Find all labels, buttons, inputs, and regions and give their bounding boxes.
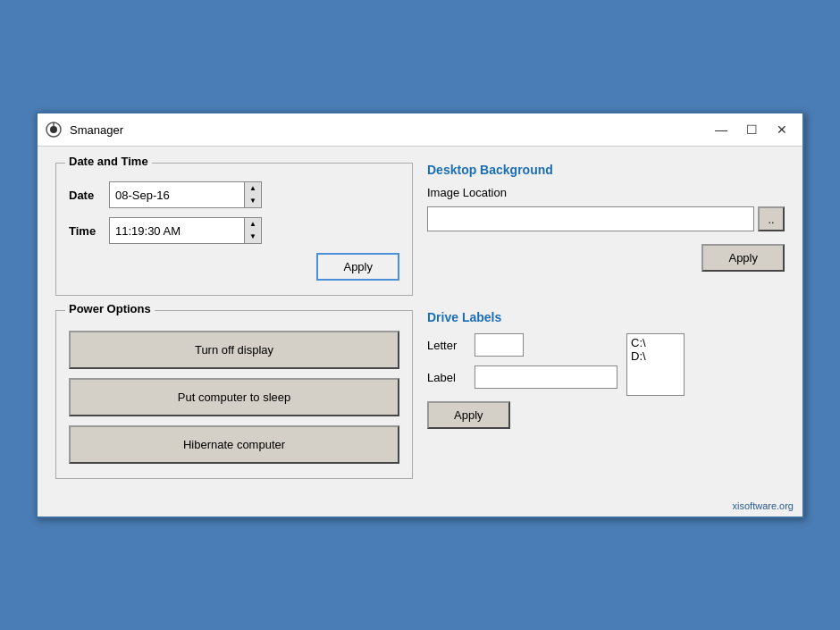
drive-content: Letter Label Apply C:\ D:\ <box>427 333 785 429</box>
desktop-apply-row: Apply <box>427 244 785 272</box>
list-item[interactable]: C:\ <box>631 336 680 349</box>
minimize-button[interactable]: — <box>708 119 735 140</box>
desktop-bg-title: Desktop Background <box>427 163 785 177</box>
turn-off-display-button[interactable]: Turn off display <box>69 331 399 369</box>
time-input[interactable] <box>110 218 244 243</box>
close-button[interactable]: ✕ <box>769 119 795 140</box>
hibernate-button[interactable]: Hibernate computer <box>69 425 399 464</box>
sleep-button[interactable]: Put computer to sleep <box>69 378 399 416</box>
desktop-bg-panel: Desktop Background Image Location .. App… <box>427 163 785 296</box>
drive-fields: Letter Label Apply <box>427 333 617 429</box>
label-input[interactable] <box>475 365 617 389</box>
time-up-button[interactable]: ▲ <box>245 218 261 231</box>
date-time-panel-title: Date and Time <box>65 155 152 168</box>
browse-button[interactable]: .. <box>758 206 785 231</box>
list-item[interactable]: D:\ <box>631 349 680 363</box>
svg-point-1 <box>50 126 57 133</box>
date-row: Date ▲ ▼ <box>69 181 399 208</box>
power-options-title: Power Options <box>65 302 155 315</box>
image-location-row: .. <box>427 206 785 231</box>
watermark: xisoftware.org <box>38 497 802 517</box>
drive-labels-title: Drive Labels <box>427 310 785 324</box>
app-icon <box>45 121 63 139</box>
image-location-input[interactable] <box>427 206 754 231</box>
date-apply-row: Apply <box>69 253 399 281</box>
image-location-label: Image Location <box>427 186 785 199</box>
date-spinner: ▲ ▼ <box>244 182 261 207</box>
main-content: Date and Time Date ▲ ▼ Time <box>38 147 802 497</box>
window-controls: — ☐ ✕ <box>708 119 795 140</box>
drive-apply-button[interactable]: Apply <box>427 401 510 429</box>
date-label: Date <box>69 189 109 202</box>
window-title: Smanager <box>70 123 708 137</box>
date-input-wrap: ▲ ▼ <box>109 181 262 208</box>
time-spinner: ▲ ▼ <box>244 218 261 243</box>
drive-list[interactable]: C:\ D:\ <box>626 333 685 396</box>
drive-label-row: Label <box>427 365 617 389</box>
drive-apply-row: Apply <box>427 401 617 429</box>
time-row: Time ▲ ▼ <box>69 217 399 244</box>
drive-letter-row: Letter <box>427 333 617 357</box>
date-down-button[interactable]: ▼ <box>245 195 261 207</box>
power-options-panel: Power Options Turn off display Put compu… <box>55 310 413 479</box>
time-label: Time <box>69 224 109 238</box>
desktop-apply-button[interactable]: Apply <box>701 244 785 272</box>
maximize-button[interactable]: ☐ <box>738 119 765 140</box>
date-apply-button[interactable]: Apply <box>316 253 399 281</box>
title-bar: Smanager — ☐ ✕ <box>38 113 802 147</box>
main-window: Smanager — ☐ ✕ Date and Time Date ▲ ▼ <box>36 112 804 518</box>
date-time-panel: Date and Time Date ▲ ▼ Time <box>55 163 413 296</box>
letter-label: Letter <box>427 339 467 352</box>
label-label: Label <box>427 371 467 384</box>
date-up-button[interactable]: ▲ <box>245 182 261 195</box>
letter-input[interactable] <box>475 333 524 357</box>
date-input[interactable] <box>110 182 244 207</box>
time-input-wrap: ▲ ▼ <box>109 217 262 244</box>
drive-labels-panel: Drive Labels Letter Label Apply <box>427 310 785 479</box>
time-down-button[interactable]: ▼ <box>245 231 261 243</box>
